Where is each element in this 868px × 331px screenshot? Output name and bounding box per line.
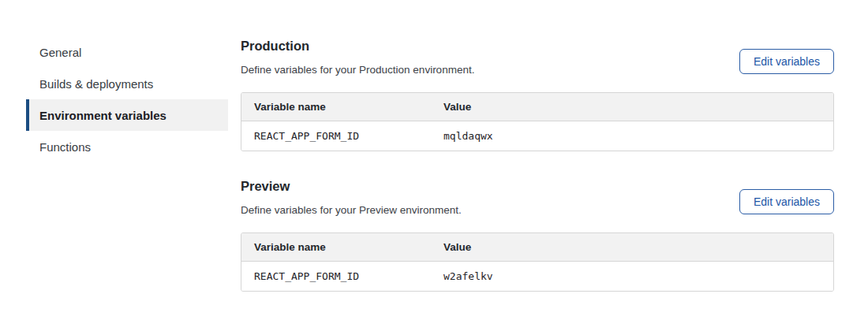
variable-name-cell: REACT_APP_FORM_ID (241, 262, 431, 291)
production-header-text: Production Define variables for your Pro… (241, 35, 474, 76)
sidebar-item-environment-variables[interactable]: Environment variables (26, 99, 228, 131)
table-row: REACT_APP_FORM_ID w2afelkv (241, 262, 833, 291)
environment-variables-content: Production Define variables for your Pro… (241, 35, 834, 315)
production-title: Production (241, 38, 474, 54)
sidebar-item-builds-deployments[interactable]: Builds & deployments (26, 68, 228, 99)
preview-description: Define variables for your Preview enviro… (241, 204, 462, 217)
production-edit-variables-button[interactable]: Edit variables (739, 49, 834, 74)
variable-value-cell: mqldaqwx (431, 121, 833, 151)
value-column-header: Value (431, 233, 833, 262)
preview-section-header: Preview Define variables for your Previe… (241, 175, 834, 217)
production-description: Define variables for your Production env… (241, 64, 474, 76)
sidebar-item-functions[interactable]: Functions (26, 131, 228, 162)
variable-name-cell: REACT_APP_FORM_ID (241, 121, 431, 151)
production-variables-table: Variable name Value REACT_APP_FORM_ID mq… (241, 92, 834, 151)
sidebar-item-label: Functions (39, 140, 91, 154)
preview-header-text: Preview Define variables for your Previe… (241, 175, 462, 217)
production-section: Production Define variables for your Pro… (241, 35, 834, 151)
preview-edit-variables-button[interactable]: Edit variables (739, 189, 834, 214)
sidebar-item-label: Builds & deployments (39, 77, 153, 91)
preview-section: Preview Define variables for your Previe… (241, 175, 834, 292)
table-header-row: Variable name Value (241, 233, 833, 262)
variable-name-column-header: Variable name (241, 93, 431, 121)
variable-value-cell: w2afelkv (431, 262, 833, 291)
sidebar-item-general[interactable]: General (26, 36, 228, 68)
preview-title: Preview (241, 178, 462, 194)
sidebar-item-label: General (39, 46, 81, 59)
settings-page: General Builds & deployments Environment… (0, 0, 868, 331)
variable-name-column-header: Variable name (241, 233, 431, 262)
table-header-row: Variable name Value (241, 93, 833, 121)
value-column-header: Value (431, 93, 833, 121)
sidebar-item-label: Environment variables (39, 109, 166, 122)
settings-sidebar: General Builds & deployments Environment… (26, 36, 228, 162)
table-row: REACT_APP_FORM_ID mqldaqwx (241, 121, 833, 151)
preview-variables-table: Variable name Value REACT_APP_FORM_ID w2… (241, 232, 834, 292)
production-section-header: Production Define variables for your Pro… (241, 35, 834, 76)
